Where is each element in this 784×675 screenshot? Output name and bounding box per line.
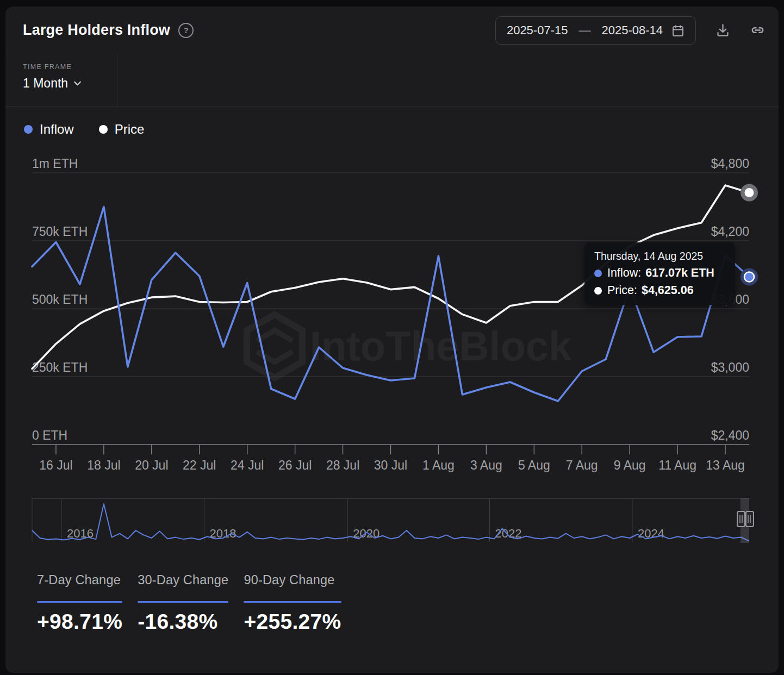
stat-value: +255.27% bbox=[244, 610, 341, 634]
x-tick-label: 22 Jul bbox=[183, 458, 216, 472]
x-tick-label: 9 Aug bbox=[614, 458, 646, 472]
x-tick-label: 7 Aug bbox=[566, 458, 598, 472]
tooltip-series-dot bbox=[594, 287, 602, 295]
main-chart-canvas[interactable]: IntoTheBlock1m ETH$4,800750k ETH$4,20050… bbox=[5, 152, 779, 489]
left-axis-label: 250k ETH bbox=[32, 360, 88, 374]
legend-item-price[interactable]: Price bbox=[99, 122, 145, 137]
stat-value: -16.38% bbox=[138, 610, 228, 634]
help-icon[interactable]: ? bbox=[178, 23, 194, 38]
stat-block: 7-Day Change+98.71% bbox=[37, 573, 122, 634]
stat-underline bbox=[138, 601, 228, 603]
stat-label: 90-Day Change bbox=[244, 573, 341, 588]
x-tick-label: 11 Aug bbox=[658, 458, 696, 472]
legend-label: Price bbox=[115, 122, 145, 137]
x-tick-label: 24 Jul bbox=[231, 458, 264, 472]
legend-label: Inflow bbox=[40, 122, 74, 137]
inflow-legend-dot bbox=[24, 125, 33, 134]
x-tick-label: 20 Jul bbox=[135, 458, 168, 472]
x-tick-label: 5 Aug bbox=[518, 458, 550, 472]
svg-text:IntoTheBlock: IntoTheBlock bbox=[310, 323, 572, 369]
price-legend-dot bbox=[99, 125, 108, 134]
right-axis-label: $4,200 bbox=[711, 224, 749, 239]
left-axis-label: 0 ETH bbox=[32, 428, 67, 442]
date-to: 2025-08-14 bbox=[601, 23, 663, 38]
tooltip-date: Thursday, 14 Aug 2025 bbox=[594, 250, 725, 262]
date-from: 2025-07-15 bbox=[507, 23, 568, 38]
price-last-point-marker bbox=[741, 184, 758, 201]
stat-block: 30-Day Change-16.38% bbox=[138, 573, 228, 634]
timeframe-value: 1 Month bbox=[23, 76, 68, 91]
tooltip-series-value: 617.07k ETH bbox=[645, 266, 714, 280]
right-axis-label: $4,800 bbox=[711, 157, 749, 171]
tooltip-row: Inflow:617.07k ETH bbox=[594, 266, 725, 280]
tooltip-series-dot bbox=[594, 270, 602, 277]
tooltip-row: Price:$4,625.06 bbox=[594, 284, 725, 297]
tooltip-series-value: $4,625.06 bbox=[642, 284, 694, 297]
x-tick-label: 3 Aug bbox=[470, 458, 502, 472]
x-tick-label: 13 Aug bbox=[706, 458, 745, 472]
x-tick-label: 1 Aug bbox=[422, 458, 455, 472]
right-axis-label: $2,400 bbox=[711, 428, 749, 442]
stat-label: 7-Day Change bbox=[37, 573, 122, 588]
left-axis-label: 1m ETH bbox=[32, 157, 78, 171]
x-tick-label: 18 Jul bbox=[87, 458, 120, 472]
stat-block: 90-Day Change+255.27% bbox=[244, 573, 341, 634]
card-header: Large Holders Inflow ? 2025-07-15 — 2025… bbox=[5, 7, 779, 54]
change-stats: 7-Day Change+98.71%30-Day Change-16.38%9… bbox=[37, 573, 341, 634]
chart-tooltip: Thursday, 14 Aug 2025 Inflow:617.07k ETH… bbox=[584, 242, 735, 305]
share-link-button[interactable] bbox=[750, 22, 766, 38]
legend-item-inflow[interactable]: Inflow bbox=[24, 122, 74, 137]
left-axis-label: 500k ETH bbox=[32, 292, 88, 307]
download-button[interactable] bbox=[715, 23, 730, 38]
stat-value: +98.71% bbox=[37, 610, 122, 634]
navigator-minimap[interactable]: 20162018202020222024 bbox=[5, 498, 779, 553]
controls-row: TIME FRAME 1 Month bbox=[5, 54, 779, 107]
date-range-picker[interactable]: 2025-07-15 — 2025-08-14 bbox=[495, 16, 696, 45]
chevron-down-icon bbox=[73, 79, 82, 88]
x-tick-label: 28 Jul bbox=[326, 458, 359, 472]
date-separator: — bbox=[578, 23, 590, 38]
brush-handle[interactable] bbox=[737, 511, 754, 527]
right-axis-label: $3,000 bbox=[711, 360, 749, 374]
stat-label: 30-Day Change bbox=[138, 573, 228, 588]
chart-legend: InflowPrice bbox=[24, 113, 144, 146]
large-holders-inflow-card: Large Holders Inflow ? 2025-07-15 — 2025… bbox=[5, 7, 779, 673]
x-tick-label: 30 Jul bbox=[374, 458, 407, 472]
inflow-last-point-marker bbox=[741, 268, 758, 285]
intotheblock-watermark: IntoTheBlock bbox=[247, 315, 572, 378]
timeframe-label: TIME FRAME bbox=[23, 63, 117, 71]
tooltip-series-label: Price: bbox=[607, 284, 637, 297]
tooltip-series-label: Inflow: bbox=[607, 266, 641, 280]
stat-underline bbox=[37, 601, 122, 603]
page-title: Large Holders Inflow bbox=[23, 22, 170, 39]
timeframe-select[interactable]: TIME FRAME 1 Month bbox=[5, 54, 117, 106]
calendar-icon bbox=[671, 24, 685, 37]
stat-underline bbox=[244, 601, 341, 603]
download-icon bbox=[715, 23, 730, 38]
x-tick-label: 16 Jul bbox=[39, 458, 72, 472]
link-icon bbox=[750, 22, 766, 38]
left-axis-label: 750k ETH bbox=[32, 224, 88, 239]
x-tick-label: 26 Jul bbox=[278, 458, 312, 472]
